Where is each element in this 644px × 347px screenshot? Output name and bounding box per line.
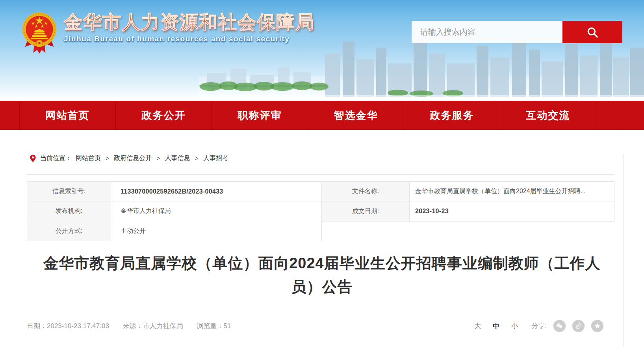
nav-spacer-end (622, 101, 644, 130)
document-date-value: 2023-10-23 (410, 201, 614, 221)
national-emblem-icon (20, 9, 58, 55)
table-top-rule (27, 174, 614, 175)
breadcrumb: 当前位置： 网站首页 > 政府信息公开 > 人事信息 > 人事招考 (30, 154, 644, 162)
index-number-value: 11330700002592652B/2023-00433 (111, 182, 321, 201)
article-meta: 日期：2023-10-23 17:47:03 来源：市人力社保局 浏览量：51 (27, 321, 243, 330)
search-button[interactable] (562, 21, 622, 43)
meta-source: 来源：市人力社保局 (123, 321, 183, 330)
info-table-right: 文件名称: 金华市教育局直属学校（单位）面向2024届毕业生公开招聘... 成文… (322, 181, 614, 221)
nav-item-title-review[interactable]: 职称评审 (212, 101, 308, 130)
index-number-label: 信息索引号: (27, 182, 111, 201)
meta-date: 日期：2023-10-23 17:47:03 (27, 321, 109, 330)
nav-item-gov-disclosure[interactable]: 政务公开 (116, 101, 212, 130)
meta-views: 浏览量：51 (197, 321, 231, 330)
breadcrumb-item-personnel-info[interactable]: 人事信息 (165, 154, 190, 162)
table-row: 文件名称: 金华市教育局直属学校（单位）面向2024届毕业生公开招聘... (322, 182, 614, 201)
share-weibo-icon[interactable] (572, 320, 585, 332)
breadcrumb-separator: > (106, 155, 109, 162)
share-wechat-icon[interactable] (553, 320, 566, 332)
table-row: 成文日期: 2023-10-23 (322, 201, 614, 221)
nav-item-gov-services[interactable]: 政务服务 (404, 101, 500, 130)
site-subtitle: Jinhua Bureau of human resources and soc… (64, 35, 315, 43)
issuing-agency-value: 金华市人力社保局 (111, 201, 321, 221)
nav-item-zhixuan-jinhua[interactable]: 智选金华 (308, 101, 404, 130)
site-logo-brand[interactable]: 金华市人力资源和社会保障局 Jinhua Bureau of human res… (20, 9, 315, 55)
search-input[interactable] (412, 21, 562, 43)
table-row: 发布机构: 金华市人力社保局 (27, 201, 321, 221)
site-header: 金华市人力资源和社会保障局 Jinhua Bureau of human res… (0, 0, 644, 101)
document-date-label: 成文日期: (322, 201, 410, 221)
nav-spacer-right (596, 101, 622, 130)
breadcrumb-item-info-disclosure[interactable]: 政府信息公开 (114, 154, 152, 162)
site-search (412, 21, 622, 43)
breadcrumb-separator: > (195, 155, 199, 162)
table-row: 公开方式: 主动公开 (27, 221, 321, 241)
page: 金华市人力资源和社会保障局 Jinhua Bureau of human res… (0, 0, 644, 347)
font-size-large-button[interactable]: 大 (474, 321, 481, 330)
breadcrumb-item-recruitment[interactable]: 人事招考 (203, 154, 228, 162)
disclosure-method-label: 公开方式: (27, 221, 111, 241)
breadcrumb-separator: > (156, 155, 160, 162)
content-right-rule (624, 154, 624, 347)
info-table-left: 信息索引号: 11330700002592652B/2023-00433 发布机… (27, 181, 322, 241)
file-name-value: 金华市教育局直属学校（单位）面向2024届毕业生公开招聘... (410, 182, 614, 201)
table-row: 信息索引号: 11330700002592652B/2023-00433 (27, 182, 321, 201)
main-nav: 网站首页 政务公开 职称评审 智选金华 政务服务 互动交流 (0, 101, 644, 130)
breadcrumb-item-home[interactable]: 网站首页 (76, 154, 101, 162)
file-name-label: 文件名称: (322, 182, 410, 201)
article-meta-row: 日期：2023-10-23 17:47:03 来源：市人力社保局 浏览量：51 … (27, 320, 603, 332)
site-title: 金华市人力资源和社会保障局 (64, 12, 315, 32)
document-info-tables: 信息索引号: 11330700002592652B/2023-00433 发布机… (27, 181, 614, 241)
font-size-small-button[interactable]: 小 (511, 321, 518, 330)
nav-item-home[interactable]: 网站首页 (20, 101, 116, 130)
breadcrumb-prefix: 当前位置： (40, 154, 72, 162)
nav-item-interaction[interactable]: 互动交流 (500, 101, 596, 130)
content-area: 当前位置： 网站首页 > 政府信息公开 > 人事信息 > 人事招考 信息索引号:… (0, 154, 644, 332)
search-icon (586, 26, 599, 39)
location-pin-icon (30, 154, 36, 162)
share-qzone-star-icon[interactable] (591, 320, 603, 332)
article-tools: 大 中 小 分享: (462, 320, 603, 332)
disclosure-method-value: 主动公开 (111, 221, 321, 241)
font-size-medium-button[interactable]: 中 (493, 321, 499, 330)
article-title: 金华市教育局直属学校（单位）面向2024届毕业生公开招聘事业编制教师（工作人员）… (39, 251, 606, 299)
brand-text: 金华市人力资源和社会保障局 Jinhua Bureau of human res… (64, 9, 315, 43)
issuing-agency-label: 发布机构: (27, 201, 111, 221)
share-label: 分享: (531, 321, 547, 330)
nav-spacer-left (0, 101, 20, 130)
